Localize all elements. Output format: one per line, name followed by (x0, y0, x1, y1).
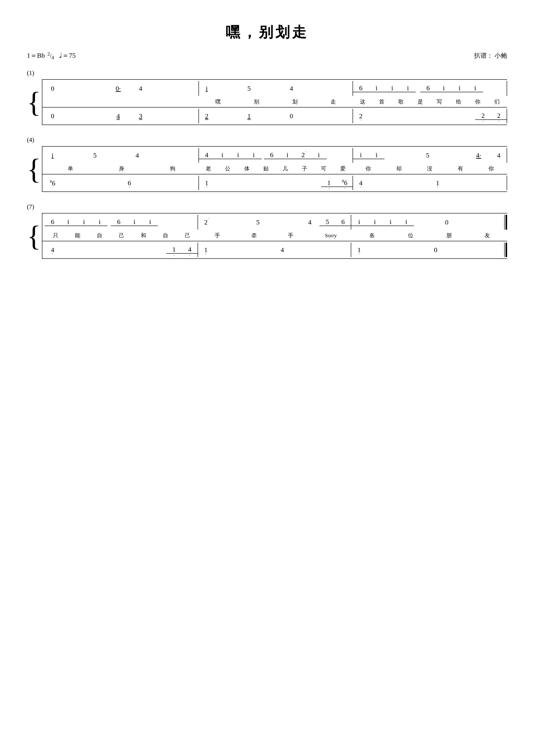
note-2-1: i (201, 85, 213, 92)
measure-1-bass: 0 4 · 3 · (45, 113, 198, 120)
section-2-label: (4) (27, 136, 507, 144)
lyric-3-8: 手 (215, 232, 220, 239)
s3-measure-3-bass: 1 · 0 (351, 247, 504, 253)
s3-note-3-1: i (353, 218, 365, 225)
meta-left: 1＝Bb 2/4 ♩＝75 (27, 51, 76, 60)
s3-bass-3-2: 0 (430, 247, 441, 253)
lyrics-row-2: 单 身 狗 老 公 体 贴 儿 子 可 爱 (42, 164, 507, 174)
lyric-3-9: 牵 (251, 232, 257, 239)
lyric-2-5: 公 (225, 165, 230, 172)
section-3-label: (7) (27, 203, 507, 210)
s2-bass-3-1: 4 · (355, 179, 367, 186)
s3-beam-1-2: 6 i i (111, 218, 158, 226)
brace-3: { (27, 213, 41, 259)
s3-note-3-5: 0 (441, 219, 452, 226)
lyric-2-2: 身 (119, 165, 124, 172)
treble-row-2: i 5 4 (42, 146, 507, 164)
measure-3-bass: 2 · 2 · 2 · (353, 112, 507, 120)
treble-row-3: 6 i i i 6 i i (42, 213, 507, 231)
s3-bass-1-3: 4 · (184, 246, 195, 253)
s2-bass-2-2: 1 · (323, 179, 335, 186)
score: 嘿，别划走 1＝Bb 2/4 ♩＝75 扒谱： 小鲍 (1) { (27, 18, 507, 275)
lyric-2-16: 你 (489, 165, 494, 172)
system-2: { i 5 4 (27, 146, 507, 192)
s2-note-3-2: i (371, 151, 382, 158)
lyric-2-12: 你 (366, 165, 371, 172)
note-3-5: 6 (422, 85, 434, 91)
s3-note-3-3: i (385, 218, 396, 225)
s3-note-1-3: i (78, 218, 89, 225)
bass-1-1: 0 (47, 113, 58, 120)
note-3-1: 6 (355, 85, 367, 91)
meta-row: 1＝Bb 2/4 ♩＝75 扒谱： 小鲍 (27, 51, 507, 60)
s2-note-2-5: 6 (266, 151, 277, 158)
lyric-2-9: 子 (302, 165, 307, 172)
lyric-2-14: 没 (427, 165, 432, 172)
lyric-3-2: 能 (75, 232, 80, 239)
lyric-1-13: 们 (494, 98, 500, 105)
s2-note-1-2: 5 (89, 152, 100, 159)
s2-bass-2-1: 1 · (201, 179, 213, 186)
s2-note-2-1: 4 (201, 151, 213, 158)
lyric-1-4: 划 (292, 98, 298, 105)
s3-bass-3-1: 1 · (353, 247, 365, 253)
lyric-1-7: 首 (379, 98, 384, 105)
s2-note-1-3: 4 (132, 152, 143, 159)
lyric-2-4: 老 (206, 165, 211, 172)
note-3-7: i (454, 85, 465, 91)
s3-measure-1-bass: 4 · 1 · 4 · (45, 246, 198, 254)
note-2-2: 5 (243, 85, 255, 92)
lyric-3-10: 手 (288, 232, 293, 239)
s3-note-1-1: 6 (47, 218, 58, 225)
lyric-2-6: 体 (244, 165, 250, 172)
lyric-3-3: 自 (97, 232, 102, 239)
note-3-3: i (387, 85, 398, 91)
s3-bass-2-1: 1 · (200, 247, 212, 253)
measure-3-treble: 6 i i i 6 i i i (353, 85, 507, 92)
s3-bass-1-1: 4 · (47, 247, 58, 253)
lyrics-row-1: 嘿 别 划 走 这 首 歌 是 写 给 你 们 (42, 97, 507, 107)
arranger-name: 小鲍 (495, 52, 507, 59)
lyric-2-1: 单 (68, 165, 73, 172)
s3-measure-2-treble: 2· 5 4 5 6 (198, 218, 351, 226)
bass-1-2: 4 · (113, 113, 124, 120)
s2-note-1-1: i (47, 152, 58, 159)
treble-row-1: 0 0· 4 (42, 79, 507, 97)
lyric-1-5: 走 (331, 98, 336, 105)
s3-beam-3-1: i i i i (351, 218, 414, 226)
note-2-3: 4 (286, 85, 297, 92)
s2-bass-2-beam: 1 · #6 · (321, 179, 353, 187)
s3-measure-2-bass: 1 · 4 (198, 247, 351, 253)
bass-row-1: 0 4 · 3 · (42, 107, 507, 125)
s3-bass-1-2: 1 · (168, 246, 180, 253)
lyric-1-12: 你 (475, 98, 480, 105)
time-signature: 2/4 (48, 53, 56, 59)
lyric-3-6: 自 (163, 232, 168, 239)
s2-note-2-6: i (282, 151, 293, 158)
section-3: (7) { 6 i i i (27, 203, 507, 259)
lyric-3-4: 己 (119, 232, 124, 239)
system-1: { 0 0· 4 (27, 79, 507, 125)
lyric-2-10: 可 (321, 165, 326, 172)
sys-content-3: 6 i i i 6 i i (42, 213, 507, 259)
lyric-2-8: 儿 (283, 165, 288, 172)
key-signature: 1＝Bb (27, 52, 45, 59)
s2-note-2-2: i (217, 151, 228, 158)
lyric-2-11: 爱 (340, 165, 345, 172)
bass-1-3: 3 · (135, 113, 146, 120)
lyric-1-6: 这 (360, 98, 365, 105)
bass-row-3: 4 · 1 · 4 · (42, 241, 507, 259)
s2-barline-3 (507, 148, 507, 163)
barline-bass-3 (507, 109, 507, 123)
barline-3 (507, 81, 507, 96)
note-1-2: 0· (113, 85, 124, 92)
s3-note-2-3: 4 (304, 219, 315, 226)
note-1-3: 4 (135, 85, 146, 92)
brace-2: { (27, 146, 41, 192)
s2-measure-1-treble: i 5 4 (45, 152, 198, 159)
lyric-3-7: 己 (185, 232, 190, 239)
s2-measure-3-bass: 4 · 1 · (353, 179, 507, 186)
note-3-2: i (371, 85, 382, 91)
sys-content-1: 0 0· 4 (42, 79, 507, 125)
lyric-2-3: 狗 (170, 165, 175, 172)
